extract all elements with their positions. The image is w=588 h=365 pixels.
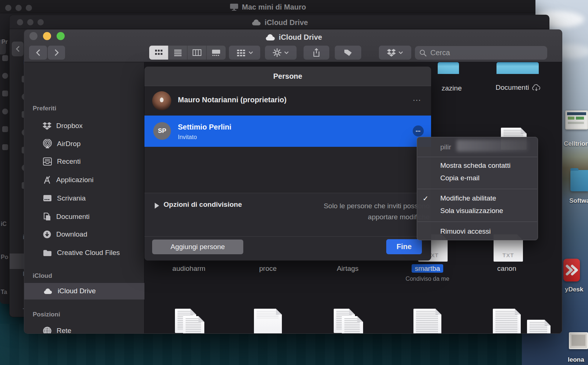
redaction-blur bbox=[456, 140, 528, 152]
airdrop-icon bbox=[43, 139, 52, 149]
search-field[interactable] bbox=[415, 46, 547, 60]
menu-item-editing-enabled[interactable]: Modifiche abilitate bbox=[440, 192, 496, 205]
folder-icon-partial[interactable] bbox=[496, 62, 539, 74]
list-view-button[interactable] bbox=[168, 46, 187, 60]
gallery-view-button[interactable] bbox=[207, 46, 226, 60]
list-view-icon bbox=[173, 49, 182, 57]
sidebar-item-airdrop[interactable]: AirDrop bbox=[43, 138, 80, 149]
sharing-options-label[interactable]: Opzioni di condivisione bbox=[164, 201, 242, 209]
sidebar-item-icloud-drive[interactable]: iCloud Drive bbox=[43, 286, 96, 297]
menu-item-copy-email[interactable]: Copia e-mail bbox=[440, 172, 480, 184]
sidebar-item-download[interactable]: Download bbox=[43, 229, 87, 240]
sidebar-item-applicazioni[interactable]: Applicazioni bbox=[43, 174, 93, 185]
tag-button[interactable] bbox=[335, 46, 361, 60]
sidebar-icon-partial bbox=[2, 144, 8, 150]
recents-tray-icon bbox=[43, 157, 52, 166]
anydesk-chevrons-icon bbox=[563, 259, 580, 281]
dropbox-icon bbox=[387, 49, 396, 57]
back-button[interactable] bbox=[12, 42, 24, 56]
gear-icon bbox=[273, 48, 282, 57]
add-people-button[interactable]: Aggiungi persone bbox=[152, 240, 243, 254]
sidebar-item-documenti[interactable]: Documenti bbox=[43, 211, 90, 222]
file-label-selected[interactable]: smartba bbox=[391, 265, 464, 273]
invitee-name: Settimio Perlini bbox=[178, 123, 232, 131]
folder-icon-partial[interactable] bbox=[438, 62, 459, 74]
icloud-cloud-icon bbox=[43, 288, 53, 295]
desktop-icon-celltrion[interactable] bbox=[565, 110, 588, 130]
thumbnail-content bbox=[576, 117, 584, 120]
chevron-down-icon bbox=[284, 51, 289, 54]
disclosure-triangle-icon[interactable] bbox=[155, 203, 159, 209]
file-label[interactable]: canon bbox=[470, 265, 544, 273]
network-globe-icon bbox=[43, 326, 52, 334]
menu-item-show-contact-card[interactable]: Mostra scheda contatti bbox=[440, 159, 510, 172]
group-grid-icon bbox=[236, 49, 246, 57]
desktop-icon-label[interactable]: Softwar bbox=[569, 197, 588, 205]
file-icon-document[interactable] bbox=[493, 309, 521, 334]
columns-view-icon bbox=[192, 49, 202, 57]
sidebar-item-dropbox[interactable]: Dropbox bbox=[43, 120, 83, 131]
sidebar-item-scrivania[interactable]: Scrivania bbox=[43, 193, 86, 204]
window-icloud-front: iCloud Drive bbox=[24, 29, 562, 334]
chevron-right-icon bbox=[54, 49, 59, 56]
dropbox-toolbar-button[interactable] bbox=[379, 46, 411, 60]
file-label[interactable]: audioharm bbox=[152, 265, 226, 273]
menu-separator bbox=[417, 157, 537, 157]
desktop-icon-label[interactable]: leona bbox=[568, 356, 584, 364]
desktop-window-icon bbox=[43, 194, 52, 202]
menu-item-view-only[interactable]: Sola visualizzazione bbox=[440, 205, 503, 217]
folder-label-documenti[interactable]: Documenti bbox=[485, 84, 552, 92]
invitee-avatar: SP bbox=[153, 122, 171, 140]
grid-view-button[interactable] bbox=[149, 46, 168, 60]
desktop-icon-software-folder[interactable] bbox=[570, 170, 588, 191]
app-store-a-icon bbox=[43, 176, 51, 184]
icloud-cloud-icon bbox=[264, 33, 276, 41]
grid-view-icon bbox=[154, 49, 163, 57]
view-switcher bbox=[149, 46, 226, 60]
folder-label[interactable]: zazine bbox=[431, 84, 472, 92]
file-icon-document[interactable] bbox=[527, 320, 551, 334]
file-icon-document[interactable] bbox=[342, 316, 363, 334]
done-button[interactable]: Fine bbox=[386, 239, 422, 254]
file-icon-document[interactable] bbox=[413, 309, 441, 334]
file-icon-document[interactable] bbox=[254, 309, 282, 334]
invitee-context-menu: pilir Mostra scheda contatti Copia e-mai… bbox=[417, 137, 538, 240]
file-label[interactable]: proce bbox=[231, 265, 305, 273]
file-icon-document[interactable] bbox=[183, 316, 204, 334]
magnifier-icon bbox=[419, 49, 427, 57]
desktop-icon-anydesk[interactable] bbox=[563, 259, 580, 281]
menu-item-remove-access[interactable]: Rimuovi accessi bbox=[440, 225, 491, 238]
menu-separator bbox=[417, 222, 537, 222]
owner-more-button[interactable]: … bbox=[412, 93, 422, 103]
sidebar-item-creative-cloud-files[interactable]: Creative Cloud Files bbox=[43, 247, 120, 258]
chevron-left-icon bbox=[16, 46, 20, 52]
owner-row[interactable]: Mauro Notarianni (proprietario) … bbox=[144, 86, 431, 116]
share-button[interactable] bbox=[304, 46, 329, 60]
cloud-download-icon bbox=[531, 84, 541, 91]
search-input[interactable] bbox=[430, 48, 533, 57]
desktop-icon-label[interactable]: Celltrion bbox=[564, 140, 588, 148]
desktop-icon-label[interactable]: yDesk bbox=[565, 286, 583, 293]
sidebar-item-rete[interactable]: Rete bbox=[43, 325, 71, 334]
window-title: Mac mini di Mauro bbox=[0, 2, 535, 12]
invitee-more-button[interactable]: ••• bbox=[413, 125, 424, 137]
action-button[interactable] bbox=[265, 46, 297, 60]
desktop-icon-leona[interactable] bbox=[569, 332, 588, 349]
file-label[interactable]: Airtags bbox=[311, 265, 384, 273]
apple-logo-mark bbox=[160, 98, 164, 102]
shared-badge: Condiviso da me bbox=[387, 276, 468, 282]
sidebar-header-preferiti: Preferiti bbox=[33, 105, 56, 112]
columns-view-button[interactable] bbox=[187, 46, 207, 60]
group-button[interactable] bbox=[229, 46, 260, 60]
folder-icon bbox=[43, 249, 52, 257]
back-button[interactable] bbox=[29, 46, 47, 60]
desktop: Celltrion Softwar yDesk leona Mac mini d… bbox=[0, 0, 588, 365]
forward-button[interactable] bbox=[48, 46, 65, 60]
sidebar-item-recenti[interactable]: Recenti bbox=[43, 156, 80, 167]
dropbox-icon bbox=[43, 122, 51, 130]
invitee-row-selected[interactable]: SP Settimio Perlini Invitato ••• bbox=[144, 116, 431, 147]
sidebar-icon-partial bbox=[2, 91, 8, 96]
sidebar-icon-partial bbox=[2, 73, 8, 79]
folder-label: Documenti bbox=[496, 84, 529, 92]
sharing-options-info: Solo le persone che inviti possono appor… bbox=[253, 201, 430, 223]
